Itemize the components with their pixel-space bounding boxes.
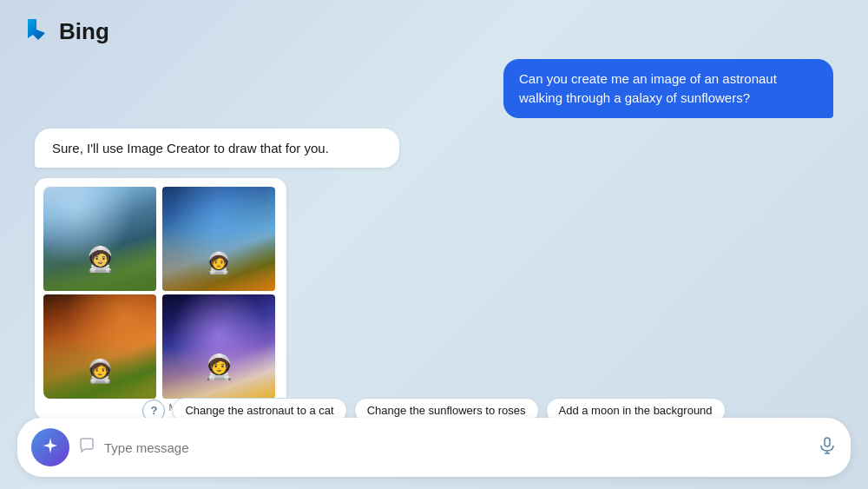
bot-message-bubble: Sure, I'll use Image Creator to draw tha… [35,129,399,168]
spark-button[interactable] [31,428,69,466]
svg-rect-0 [825,438,830,446]
image-grid-container: Made with Image Creator [35,178,286,420]
generated-image-3[interactable] [43,294,156,399]
mic-button[interactable] [818,436,837,459]
help-icon: ? [150,404,157,417]
user-message-text: Can you create me an image of an astrona… [519,71,777,105]
bing-logo-text: Bing [59,18,109,45]
user-message-bubble: Can you create me an image of an astrona… [503,59,833,118]
generated-image-1[interactable] [43,187,156,291]
message-input[interactable] [104,440,809,455]
chat-area: Can you create me an image of an astrona… [0,47,868,420]
bing-logo: Bing [21,16,109,47]
input-bar [17,418,851,477]
spark-icon [41,436,60,459]
chat-input-icon [78,437,95,459]
image-grid [43,187,278,399]
header: Bing [0,0,868,47]
bing-logo-icon [21,16,52,47]
generated-image-2[interactable] [162,187,275,291]
generated-image-4[interactable] [162,294,275,399]
bot-message-text: Sure, I'll use Image Creator to draw tha… [52,141,329,155]
